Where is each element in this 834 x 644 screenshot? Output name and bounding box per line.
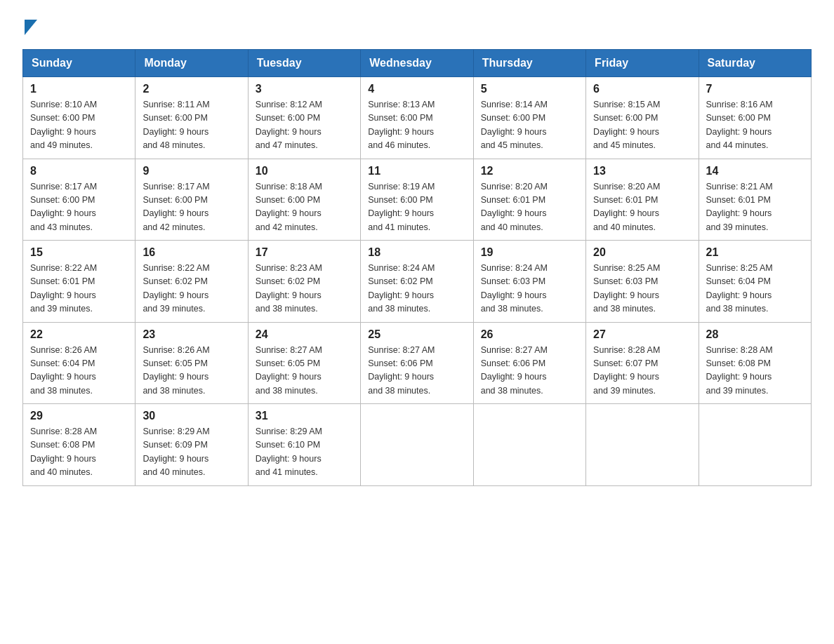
day-info: Sunrise: 8:19 AMSunset: 6:00 PMDaylight:… <box>368 182 435 232</box>
day-number: 15 <box>30 246 128 259</box>
day-number: 9 <box>143 165 240 177</box>
day-number: 28 <box>706 328 804 341</box>
calendar-cell: 12 Sunrise: 8:20 AMSunset: 6:01 PMDaylig… <box>473 159 585 241</box>
day-number: 12 <box>481 165 578 177</box>
day-info: Sunrise: 8:25 AMSunset: 6:03 PMDaylight:… <box>593 263 660 314</box>
calendar-cell: 30 Sunrise: 8:29 AMSunset: 6:09 PMDaylig… <box>135 404 248 486</box>
day-number: 16 <box>143 246 240 259</box>
calendar-header: SundayMondayTuesdayWednesdayThursdayFrid… <box>23 50 812 77</box>
day-number: 13 <box>593 165 691 177</box>
day-number: 11 <box>368 165 465 177</box>
calendar-cell: 24 Sunrise: 8:27 AMSunset: 6:05 PMDaylig… <box>248 322 360 404</box>
day-info: Sunrise: 8:17 AMSunset: 6:00 PMDaylight:… <box>30 182 97 232</box>
calendar-cell: 3 Sunrise: 8:12 AMSunset: 6:00 PMDayligh… <box>248 77 360 159</box>
day-number: 3 <box>256 83 353 95</box>
calendar-cell: 8 Sunrise: 8:17 AMSunset: 6:00 PMDayligh… <box>23 159 135 241</box>
day-info: Sunrise: 8:26 AMSunset: 6:05 PMDaylight:… <box>143 345 209 396</box>
day-info: Sunrise: 8:13 AMSunset: 6:00 PMDaylight:… <box>368 100 435 150</box>
day-info: Sunrise: 8:29 AMSunset: 6:10 PMDaylight:… <box>256 427 322 477</box>
calendar-week-row-4: 22 Sunrise: 8:26 AMSunset: 6:04 PMDaylig… <box>23 322 812 404</box>
day-number: 23 <box>143 328 240 341</box>
calendar-cell: 4 Sunrise: 8:13 AMSunset: 6:00 PMDayligh… <box>361 77 473 159</box>
weekday-header-tuesday: Tuesday <box>248 50 360 77</box>
day-info: Sunrise: 8:27 AMSunset: 6:05 PMDaylight:… <box>256 345 322 396</box>
calendar-body: 1 Sunrise: 8:10 AMSunset: 6:00 PMDayligh… <box>23 77 812 486</box>
calendar-cell: 7 Sunrise: 8:16 AMSunset: 6:00 PMDayligh… <box>699 77 811 159</box>
page-header <box>22 17 812 38</box>
day-info: Sunrise: 8:22 AMSunset: 6:01 PMDaylight:… <box>30 263 97 314</box>
day-info: Sunrise: 8:20 AMSunset: 6:01 PMDaylight:… <box>593 182 660 232</box>
weekday-header-row: SundayMondayTuesdayWednesdayThursdayFrid… <box>23 50 812 77</box>
day-info: Sunrise: 8:27 AMSunset: 6:06 PMDaylight:… <box>481 345 548 396</box>
calendar-cell: 17 Sunrise: 8:23 AMSunset: 6:02 PMDaylig… <box>248 241 360 323</box>
weekday-header-sunday: Sunday <box>23 50 135 77</box>
day-info: Sunrise: 8:21 AMSunset: 6:01 PMDaylight:… <box>706 182 773 232</box>
calendar-cell: 18 Sunrise: 8:24 AMSunset: 6:02 PMDaylig… <box>361 241 473 323</box>
calendar-cell: 21 Sunrise: 8:25 AMSunset: 6:04 PMDaylig… <box>699 241 811 323</box>
calendar-cell <box>361 404 473 486</box>
day-number: 20 <box>593 246 691 259</box>
calendar-cell: 27 Sunrise: 8:28 AMSunset: 6:07 PMDaylig… <box>586 322 699 404</box>
calendar-cell: 25 Sunrise: 8:27 AMSunset: 6:06 PMDaylig… <box>361 322 473 404</box>
weekday-header-thursday: Thursday <box>473 50 585 77</box>
day-number: 6 <box>593 83 691 95</box>
day-number: 1 <box>30 83 128 95</box>
calendar-cell <box>699 404 811 486</box>
day-number: 21 <box>706 246 804 259</box>
calendar-cell: 10 Sunrise: 8:18 AMSunset: 6:00 PMDaylig… <box>248 159 360 241</box>
day-number: 2 <box>143 83 240 95</box>
day-number: 7 <box>706 83 804 95</box>
day-info: Sunrise: 8:28 AMSunset: 6:07 PMDaylight:… <box>593 345 660 396</box>
day-number: 4 <box>368 83 465 95</box>
day-info: Sunrise: 8:28 AMSunset: 6:08 PMDaylight:… <box>706 345 773 396</box>
day-number: 19 <box>481 246 578 259</box>
day-number: 27 <box>593 328 691 341</box>
day-info: Sunrise: 8:24 AMSunset: 6:02 PMDaylight:… <box>368 263 435 314</box>
day-number: 25 <box>368 328 465 341</box>
calendar-cell: 22 Sunrise: 8:26 AMSunset: 6:04 PMDaylig… <box>23 322 135 404</box>
day-number: 8 <box>30 165 128 177</box>
day-number: 31 <box>256 410 353 422</box>
calendar-cell: 2 Sunrise: 8:11 AMSunset: 6:00 PMDayligh… <box>135 77 248 159</box>
calendar-cell: 19 Sunrise: 8:24 AMSunset: 6:03 PMDaylig… <box>473 241 585 323</box>
day-info: Sunrise: 8:20 AMSunset: 6:01 PMDaylight:… <box>481 182 548 232</box>
day-info: Sunrise: 8:10 AMSunset: 6:00 PMDaylight:… <box>30 100 97 150</box>
day-info: Sunrise: 8:16 AMSunset: 6:00 PMDaylight:… <box>706 100 773 150</box>
day-number: 14 <box>706 165 804 177</box>
logo-arrow-icon <box>25 20 37 38</box>
calendar-cell: 1 Sunrise: 8:10 AMSunset: 6:00 PMDayligh… <box>23 77 135 159</box>
calendar-week-row-5: 29 Sunrise: 8:28 AMSunset: 6:08 PMDaylig… <box>23 404 812 486</box>
calendar-cell <box>473 404 585 486</box>
day-info: Sunrise: 8:25 AMSunset: 6:04 PMDaylight:… <box>706 263 773 314</box>
day-info: Sunrise: 8:18 AMSunset: 6:00 PMDaylight:… <box>256 182 322 232</box>
day-number: 29 <box>30 410 128 422</box>
day-info: Sunrise: 8:26 AMSunset: 6:04 PMDaylight:… <box>30 345 97 396</box>
day-info: Sunrise: 8:12 AMSunset: 6:00 PMDaylight:… <box>256 100 322 150</box>
day-info: Sunrise: 8:11 AMSunset: 6:00 PMDaylight:… <box>143 100 209 150</box>
calendar-cell: 16 Sunrise: 8:22 AMSunset: 6:02 PMDaylig… <box>135 241 248 323</box>
calendar-cell: 23 Sunrise: 8:26 AMSunset: 6:05 PMDaylig… <box>135 322 248 404</box>
logo <box>22 17 37 38</box>
calendar-cell: 26 Sunrise: 8:27 AMSunset: 6:06 PMDaylig… <box>473 322 585 404</box>
calendar-cell: 6 Sunrise: 8:15 AMSunset: 6:00 PMDayligh… <box>586 77 699 159</box>
calendar-cell: 28 Sunrise: 8:28 AMSunset: 6:08 PMDaylig… <box>699 322 811 404</box>
day-info: Sunrise: 8:23 AMSunset: 6:02 PMDaylight:… <box>256 263 322 314</box>
day-number: 24 <box>256 328 353 341</box>
day-info: Sunrise: 8:15 AMSunset: 6:00 PMDaylight:… <box>593 100 660 150</box>
calendar-cell: 31 Sunrise: 8:29 AMSunset: 6:10 PMDaylig… <box>248 404 360 486</box>
calendar-cell: 11 Sunrise: 8:19 AMSunset: 6:00 PMDaylig… <box>361 159 473 241</box>
day-number: 18 <box>368 246 465 259</box>
day-number: 22 <box>30 328 128 341</box>
weekday-header-friday: Friday <box>586 50 699 77</box>
day-info: Sunrise: 8:29 AMSunset: 6:09 PMDaylight:… <box>143 427 209 477</box>
day-info: Sunrise: 8:24 AMSunset: 6:03 PMDaylight:… <box>481 263 548 314</box>
weekday-header-wednesday: Wednesday <box>361 50 473 77</box>
calendar-cell: 20 Sunrise: 8:25 AMSunset: 6:03 PMDaylig… <box>586 241 699 323</box>
weekday-header-saturday: Saturday <box>699 50 811 77</box>
day-info: Sunrise: 8:28 AMSunset: 6:08 PMDaylight:… <box>30 427 97 477</box>
day-number: 30 <box>143 410 240 422</box>
weekday-header-monday: Monday <box>135 50 248 77</box>
calendar-cell: 5 Sunrise: 8:14 AMSunset: 6:00 PMDayligh… <box>473 77 585 159</box>
calendar-cell: 14 Sunrise: 8:21 AMSunset: 6:01 PMDaylig… <box>699 159 811 241</box>
calendar-cell: 15 Sunrise: 8:22 AMSunset: 6:01 PMDaylig… <box>23 241 135 323</box>
